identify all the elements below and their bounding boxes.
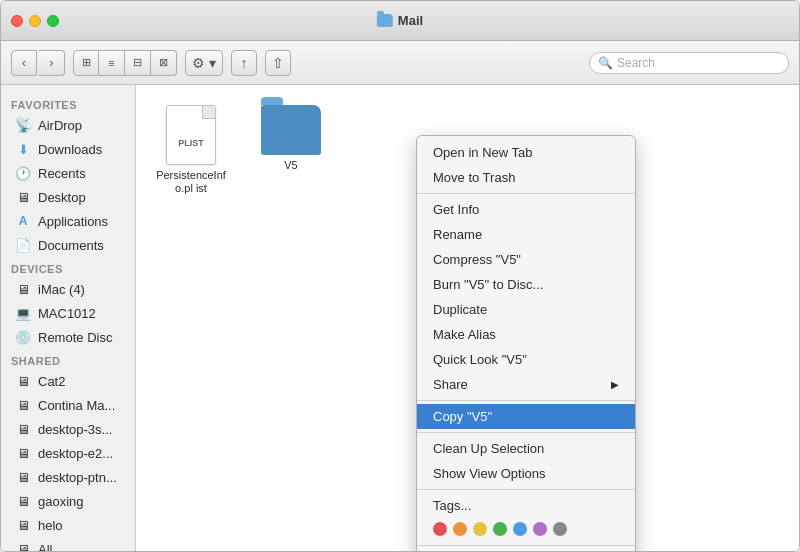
v5-folder-icon [261, 105, 321, 155]
menu-separator-3 [417, 432, 635, 433]
documents-icon: 📄 [15, 237, 31, 253]
sidebar-section-favorites: Favorites [1, 93, 135, 113]
tag-red[interactable] [433, 522, 447, 536]
menu-open-new-tab[interactable]: Open in New Tab [417, 140, 635, 165]
sidebar-item-recents[interactable]: 🕐 Recents [5, 161, 131, 185]
menu-services[interactable]: Services ▶ [417, 549, 635, 551]
menu-separator-2 [417, 400, 635, 401]
sidebar-label-all: All... [38, 542, 63, 552]
tag-yellow[interactable] [473, 522, 487, 536]
title-text: Mail [398, 13, 423, 28]
helo-icon: 🖥 [15, 517, 31, 533]
action-button[interactable]: ↑ [231, 50, 257, 76]
forward-button[interactable]: › [39, 50, 65, 76]
context-menu: Open in New Tab Move to Trash Get Info R… [416, 135, 636, 551]
menu-tags[interactable]: Tags... [417, 493, 635, 518]
menu-make-alias[interactable]: Make Alias [417, 322, 635, 347]
menu-duplicate[interactable]: Duplicate [417, 297, 635, 322]
cat2-icon: 🖥 [15, 373, 31, 389]
share-button[interactable]: ⇧ [265, 50, 291, 76]
list-view-button[interactable]: ≡ [99, 50, 125, 76]
desktop-icon: 🖥 [15, 189, 31, 205]
menu-get-info[interactable]: Get Info [417, 197, 635, 222]
sidebar-label-recents: Recents [38, 166, 86, 181]
sidebar-label-documents: Documents [38, 238, 104, 253]
file-v5[interactable]: V5 [256, 105, 326, 531]
search-icon: 🔍 [598, 56, 613, 70]
tag-green[interactable] [493, 522, 507, 536]
sidebar-section-devices: Devices [1, 257, 135, 277]
sidebar-item-gaoxing[interactable]: 🖥 gaoxing [5, 489, 131, 513]
menu-compress[interactable]: Compress "V5" [417, 247, 635, 272]
tag-purple[interactable] [533, 522, 547, 536]
v5-filename: V5 [284, 159, 297, 172]
sidebar-item-mac1012[interactable]: 💻 MAC1012 [5, 301, 131, 325]
column-view-button[interactable]: ⊟ [125, 50, 151, 76]
gaoxing-icon: 🖥 [15, 493, 31, 509]
menu-rename[interactable]: Rename [417, 222, 635, 247]
sidebar-item-desktopptn[interactable]: 🖥 desktop-ptn... [5, 465, 131, 489]
sidebar-label-desktop3s: desktop-3s... [38, 422, 112, 437]
desktopptn-icon: 🖥 [15, 469, 31, 485]
finder-window: Mail ‹ › ⊞ ≡ ⊟ ⊠ ⚙ ▾ ↑ ⇧ 🔍 Search Favori… [0, 0, 800, 552]
sidebar-item-contina[interactable]: 🖥 Contina Ma... [5, 393, 131, 417]
desktope2-icon: 🖥 [15, 445, 31, 461]
title-bar: Mail [1, 1, 799, 41]
sidebar-label-applications: Applications [38, 214, 108, 229]
sidebar-item-remote[interactable]: 💿 Remote Disc [5, 325, 131, 349]
sidebar-label-airdrop: AirDrop [38, 118, 82, 133]
sidebar-item-airdrop[interactable]: 📡 AirDrop [5, 113, 131, 137]
menu-view-options[interactable]: Show View Options [417, 461, 635, 486]
coverflow-view-button[interactable]: ⊠ [151, 50, 177, 76]
recents-icon: 🕐 [15, 165, 31, 181]
sidebar-item-documents[interactable]: 📄 Documents [5, 233, 131, 257]
menu-separator-5 [417, 545, 635, 546]
search-bar[interactable]: 🔍 Search [589, 52, 789, 74]
menu-share[interactable]: Share ▶ [417, 372, 635, 397]
sidebar-label-cat2: Cat2 [38, 374, 65, 389]
plist-label: PLIST [178, 138, 204, 148]
back-button[interactable]: ‹ [11, 50, 37, 76]
sidebar-label-desktopptn: desktop-ptn... [38, 470, 117, 485]
airdrop-icon: 📡 [15, 117, 31, 133]
sidebar-label-helo: helo [38, 518, 63, 533]
sidebar: Favorites 📡 AirDrop ⬇ Downloads 🕐 Recent… [1, 85, 136, 551]
tag-orange[interactable] [453, 522, 467, 536]
maximize-button[interactable] [47, 15, 59, 27]
icon-view-button[interactable]: ⊞ [73, 50, 99, 76]
sidebar-item-desktop3s[interactable]: 🖥 desktop-3s... [5, 417, 131, 441]
applications-icon: A [15, 213, 31, 229]
mac1012-icon: 💻 [15, 305, 31, 321]
sidebar-label-desktop: Desktop [38, 190, 86, 205]
close-button[interactable] [11, 15, 23, 27]
sidebar-item-desktop[interactable]: 🖥 Desktop [5, 185, 131, 209]
sidebar-label-mac1012: MAC1012 [38, 306, 96, 321]
menu-move-trash[interactable]: Move to Trash [417, 165, 635, 190]
main-area: Favorites 📡 AirDrop ⬇ Downloads 🕐 Recent… [1, 85, 799, 551]
downloads-icon: ⬇ [15, 141, 31, 157]
menu-cleanup[interactable]: Clean Up Selection [417, 436, 635, 461]
menu-quick-look[interactable]: Quick Look "V5" [417, 347, 635, 372]
sidebar-item-imac[interactable]: 🖥 iMac (4) [5, 277, 131, 301]
tag-blue[interactable] [513, 522, 527, 536]
sidebar-item-cat2[interactable]: 🖥 Cat2 [5, 369, 131, 393]
all-icon: 🖥 [15, 541, 31, 551]
file-plist[interactable]: PLIST PersistenceInfo.pl ist [156, 105, 226, 531]
sidebar-item-helo[interactable]: 🖥 helo [5, 513, 131, 537]
sidebar-item-downloads[interactable]: ⬇ Downloads [5, 137, 131, 161]
plist-filename: PersistenceInfo.pl ist [156, 169, 226, 195]
menu-separator-4 [417, 489, 635, 490]
arrange-button[interactable]: ⚙ ▾ [185, 50, 223, 76]
tag-gray[interactable] [553, 522, 567, 536]
sidebar-section-shared: Shared [1, 349, 135, 369]
sidebar-label-downloads: Downloads [38, 142, 102, 157]
sidebar-item-all[interactable]: 🖥 All... [5, 537, 131, 551]
menu-copy[interactable]: Copy "V5" [417, 404, 635, 429]
sidebar-label-imac: iMac (4) [38, 282, 85, 297]
sidebar-item-applications[interactable]: A Applications [5, 209, 131, 233]
content-area: PLIST PersistenceInfo.pl ist V5 Open in … [136, 85, 799, 551]
sidebar-item-desktope2[interactable]: 🖥 desktop-e2... [5, 441, 131, 465]
menu-separator-1 [417, 193, 635, 194]
menu-burn[interactable]: Burn "V5" to Disc... [417, 272, 635, 297]
minimize-button[interactable] [29, 15, 41, 27]
